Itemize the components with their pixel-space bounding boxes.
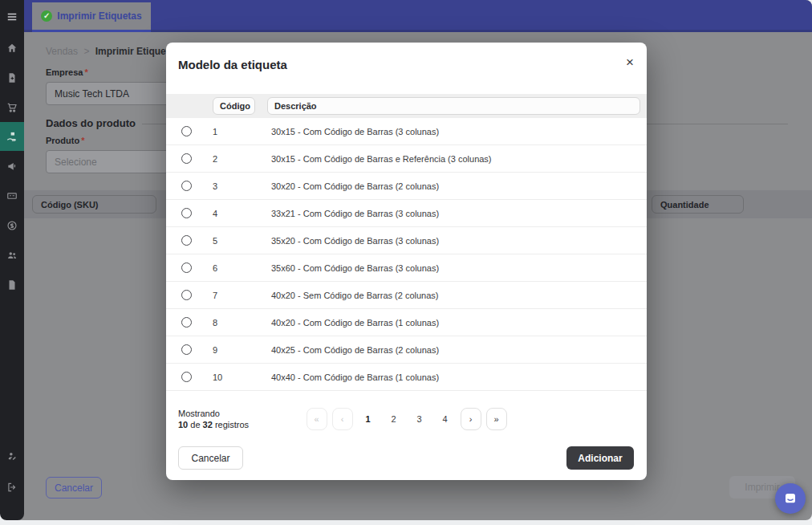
row-codigo: 10 — [213, 372, 271, 382]
table-row[interactable]: 10 40x40 - Com Código de Barras (1 colun… — [166, 364, 647, 391]
section-title: Dados do produto — [46, 117, 136, 129]
row-descricao: 35x60 - Com Código de Barras (3 colunas) — [271, 263, 647, 273]
breadcrumb: Vendas > Imprimir Etiquetas — [46, 46, 180, 57]
pagination-page[interactable]: 1 — [358, 408, 379, 430]
modal-table-header: Código Descrição — [166, 94, 647, 118]
row-codigo: 3 — [213, 181, 271, 191]
row-codigo: 7 — [213, 291, 271, 300]
pagination-prev-button[interactable]: ‹ — [332, 408, 353, 430]
radio-button[interactable] — [181, 290, 192, 300]
breadcrumb-parent[interactable]: Vendas — [46, 46, 78, 57]
modal-title: Modelo da etiqueta — [178, 58, 287, 71]
logout-icon[interactable] — [0, 475, 24, 499]
required-mark: * — [81, 136, 84, 145]
column-header-sku: Código (SKU) — [32, 195, 156, 214]
dollar-circle-icon[interactable] — [0, 214, 24, 238]
pagination-next-button[interactable]: › — [461, 408, 481, 430]
tab-imprimir-etiquetas[interactable]: ✓ Imprimir Etiquetas — [32, 2, 151, 32]
radio-button[interactable] — [181, 235, 192, 246]
column-header-quantidade: Quantidade — [652, 195, 744, 214]
row-codigo: 6 — [213, 263, 271, 273]
row-codigo: 4 — [213, 209, 271, 218]
tab-label: Imprimir Etiquetas — [57, 10, 141, 22]
empresa-value: Music Tech LTDA — [55, 88, 129, 100]
pagination-last-button[interactable]: » — [486, 408, 507, 430]
table-row[interactable]: 7 40x20 - Sem Código de Barras (2 coluna… — [166, 282, 647, 309]
row-descricao: 30x20 - Com Código de Barras (2 colunas) — [271, 181, 647, 191]
row-descricao: 40x40 - Com Código de Barras (1 colunas) — [271, 372, 647, 382]
row-descricao: 40x20 - Sem Código de Barras (2 colunas) — [271, 291, 647, 300]
user-edit-icon[interactable] — [0, 444, 24, 468]
file-plus-icon[interactable] — [0, 66, 24, 90]
document-icon[interactable] — [0, 273, 24, 297]
row-codigo: 5 — [213, 236, 271, 246]
row-codigo: 9 — [213, 345, 271, 355]
row-codigo: 1 — [213, 127, 271, 136]
radio-button[interactable] — [181, 262, 192, 273]
chat-launcher-button[interactable] — [775, 483, 806, 514]
row-descricao: 33x21 - Com Código de Barras (3 colunas) — [271, 209, 647, 218]
radio-button[interactable] — [181, 126, 192, 136]
table-row[interactable]: 1 30x15 - Com Código de Barras (3 coluna… — [166, 118, 647, 145]
chat-bubble-icon — [783, 491, 798, 506]
close-icon[interactable]: × — [626, 55, 634, 69]
megaphone-icon[interactable] — [0, 154, 24, 178]
sidebar — [0, 0, 24, 520]
pagination-page[interactable]: 3 — [409, 408, 430, 430]
app-root: ✓ Imprimir Etiquetas Vendas > Imprimir E… — [0, 0, 812, 525]
table-row[interactable]: 4 33x21 - Com Código de Barras (3 coluna… — [166, 200, 647, 227]
row-descricao: 30x15 - Com Código de Barras e Referênci… — [271, 154, 647, 164]
produto-label: Produto* — [46, 136, 84, 145]
table-row[interactable]: 3 30x20 - Com Código de Barras (2 coluna… — [166, 173, 647, 200]
home-icon[interactable] — [0, 36, 24, 60]
modal-modelo-etiqueta: Modelo da etiqueta × Código Descrição 1 … — [166, 43, 647, 480]
radio-button[interactable] — [181, 372, 192, 382]
modal-table-body: 1 30x15 - Com Código de Barras (3 coluna… — [166, 118, 647, 391]
row-descricao: 40x20 - Com Código de Barras (1 colunas) — [271, 318, 647, 328]
users-icon[interactable] — [0, 243, 24, 267]
modal-add-button[interactable]: Adicionar — [566, 446, 634, 470]
row-descricao: 40x25 - Com Código de Barras (2 colunas) — [271, 345, 647, 355]
table-row[interactable]: 8 40x20 - Com Código de Barras (1 coluna… — [166, 309, 647, 336]
row-descricao: 35x20 - Com Código de Barras (3 colunas) — [271, 236, 647, 246]
modal-cancel-button[interactable]: Cancelar — [178, 446, 243, 470]
pagination: « ‹ 1234 › » — [166, 408, 647, 430]
row-codigo: 8 — [213, 318, 271, 328]
table-row[interactable]: 5 35x20 - Com Código de Barras (3 coluna… — [166, 227, 647, 254]
table-row[interactable]: 2 30x15 - Com Código de Barras e Referên… — [166, 145, 647, 173]
radio-button[interactable] — [181, 181, 192, 191]
hand-holding-icon[interactable] — [0, 122, 24, 151]
radio-button[interactable] — [181, 153, 192, 164]
cart-icon[interactable] — [0, 96, 24, 120]
required-mark: * — [84, 67, 87, 77]
column-header-codigo[interactable]: Código — [213, 97, 255, 115]
breadcrumb-separator: > — [83, 46, 89, 57]
row-codigo: 2 — [213, 154, 271, 164]
money-check-icon[interactable] — [0, 184, 24, 208]
pagination-page[interactable]: 4 — [435, 408, 456, 430]
radio-button[interactable] — [181, 208, 192, 218]
table-row[interactable]: 9 40x25 - Com Código de Barras (2 coluna… — [166, 336, 647, 364]
produto-placeholder: Selecione — [55, 157, 97, 168]
radio-button[interactable] — [181, 344, 192, 355]
pagination-page[interactable]: 2 — [384, 408, 404, 430]
table-row[interactable]: 6 35x60 - Com Código de Barras (3 coluna… — [166, 254, 647, 282]
topbar: ✓ Imprimir Etiquetas — [24, 0, 812, 32]
page-cancel-button[interactable]: Cancelar — [46, 477, 102, 499]
pagination-first-button[interactable]: « — [307, 408, 327, 430]
empresa-label: Empresa* — [46, 67, 88, 77]
column-header-descricao[interactable]: Descrição — [267, 97, 640, 115]
row-descricao: 30x15 - Com Código de Barras (3 colunas) — [271, 127, 647, 136]
menu-icon[interactable] — [0, 5, 24, 29]
check-circle-icon: ✓ — [41, 10, 52, 22]
radio-button[interactable] — [181, 317, 192, 328]
